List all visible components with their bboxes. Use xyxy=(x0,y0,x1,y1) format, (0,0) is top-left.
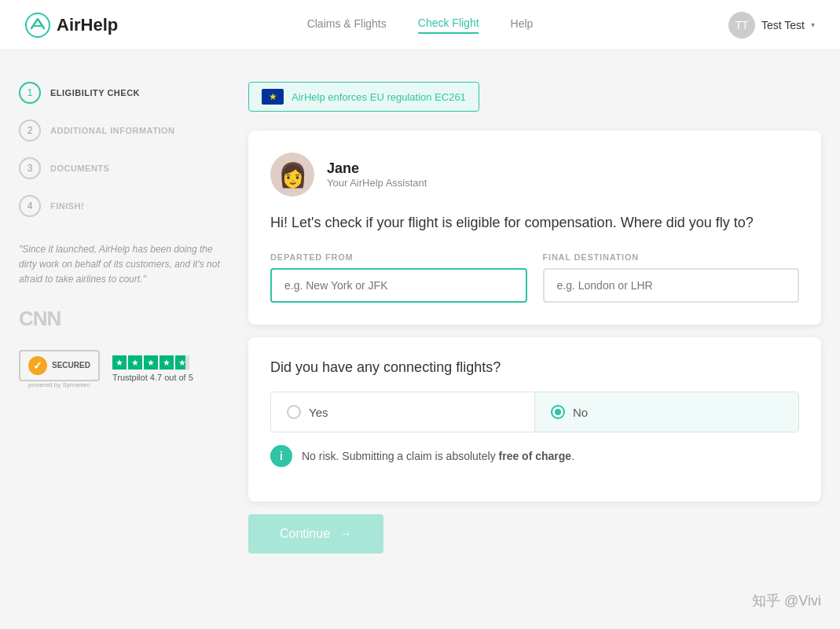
star-5: ★ xyxy=(175,355,189,370)
avatar: TT xyxy=(728,12,755,39)
cnn-logo: CNN xyxy=(19,307,223,331)
step-label-3: DOCUMENTS xyxy=(50,164,109,173)
destination-field-group: FINAL DESTINATION xyxy=(543,252,800,303)
cnn-text: CNN xyxy=(19,307,61,330)
connecting-flights-card: Did you have any connecting flights? Yes… xyxy=(248,337,821,502)
info-text: No risk. Submitting a claim is absolutel… xyxy=(302,450,574,462)
eu-flag-icon: ★ xyxy=(262,89,284,105)
radio-no-circle xyxy=(551,405,565,419)
destination-label: FINAL DESTINATION xyxy=(543,252,800,262)
trustpilot-label: Trustpilot 4.7 out of 5 xyxy=(112,373,193,382)
step-label-1: ELIGIBILITY CHECK xyxy=(50,88,140,97)
norton-box: ✓ SECURED xyxy=(19,350,100,381)
radio-yes-circle xyxy=(287,405,301,419)
norton-badge: ✓ SECURED powered by Symantec xyxy=(19,350,100,388)
departed-field-group: DEPARTED FROM xyxy=(270,252,527,303)
eu-banner-text: AirHelp enforces EU regulation EC261 xyxy=(292,91,466,103)
norton-checkmark-icon: ✓ xyxy=(28,356,47,375)
step-item-3: 3 DOCUMENTS xyxy=(19,157,223,179)
star-4: ★ xyxy=(160,355,174,370)
step-item-4: 4 FINISH! xyxy=(19,195,223,217)
star-1: ★ xyxy=(112,355,127,370)
user-menu[interactable]: TT Test Test ▾ xyxy=(728,12,815,39)
header: AirHelp Claims & Flights Check Flight He… xyxy=(0,0,840,50)
step-label-2: ADDITIONAL INFORMATION xyxy=(50,126,174,135)
assistant-avatar: 👩 xyxy=(270,153,314,197)
sidebar-quote: "Since it launched, AirHelp has been doi… xyxy=(19,242,223,288)
eu-banner: ★ AirHelp enforces EU regulation EC261 xyxy=(248,82,479,112)
step-label-4: FINISH! xyxy=(50,201,84,211)
airhelp-logo-icon xyxy=(25,13,50,38)
info-icon: i xyxy=(270,445,292,467)
info-notice: i No risk. Submitting a claim is absolut… xyxy=(270,432,799,480)
continue-button[interactable]: Continue → xyxy=(248,514,383,554)
nav-check-flight[interactable]: Check Flight xyxy=(418,17,479,34)
user-name: Test Test xyxy=(761,19,805,31)
norton-powered-text: powered by Symantec xyxy=(28,381,90,388)
final-destination-input[interactable] xyxy=(543,268,800,303)
star-3: ★ xyxy=(144,355,158,370)
star-2: ★ xyxy=(128,355,142,370)
radio-no[interactable]: No xyxy=(535,392,798,432)
nav-claims[interactable]: Claims & Flights xyxy=(307,17,387,33)
radio-yes-label: Yes xyxy=(309,406,328,419)
assistant-name: Jane xyxy=(327,160,427,177)
logo[interactable]: AirHelp xyxy=(25,13,118,38)
trustpilot-stars: ★ ★ ★ ★ ★ xyxy=(112,355,193,370)
main-layout: 1 ELIGIBILITY CHECK 2 ADDITIONAL INFORMA… xyxy=(0,50,840,585)
step-list: 1 ELIGIBILITY CHECK 2 ADDITIONAL INFORMA… xyxy=(19,82,223,217)
step-circle-4: 4 xyxy=(19,195,41,217)
nav-help[interactable]: Help xyxy=(511,17,534,33)
assistant-header: 👩 Jane Your AirHelp Assistant xyxy=(270,153,799,197)
radio-dot xyxy=(555,409,561,415)
sidebar: 1 ELIGIBILITY CHECK 2 ADDITIONAL INFORMA… xyxy=(19,82,223,554)
main-content: ★ AirHelp enforces EU regulation EC261 👩… xyxy=(248,82,821,554)
connecting-flights-title: Did you have any connecting flights? xyxy=(270,359,799,376)
question-text: Hi! Let's check if your flight is eligib… xyxy=(270,212,799,234)
step-circle-1: 1 xyxy=(19,82,41,104)
trustpilot-block: ★ ★ ★ ★ ★ Trustpilot 4.7 out of 5 xyxy=(112,355,193,382)
departed-from-input[interactable] xyxy=(270,268,527,303)
step-circle-3: 3 xyxy=(19,157,41,179)
departed-label: DEPARTED FROM xyxy=(270,252,527,262)
connecting-radio-group: Yes No xyxy=(270,392,799,432)
trust-badges: ✓ SECURED powered by Symantec ★ ★ ★ ★ ★ … xyxy=(19,350,223,388)
flight-form-card: 👩 Jane Your AirHelp Assistant Hi! Let's … xyxy=(248,131,821,325)
step-item-2: 2 ADDITIONAL INFORMATION xyxy=(19,120,223,142)
step-circle-2: 2 xyxy=(19,120,41,142)
continue-arrow-icon: → xyxy=(339,527,352,541)
radio-no-label: No xyxy=(573,406,588,419)
continue-label: Continue xyxy=(280,527,330,541)
chevron-down-icon: ▾ xyxy=(811,20,815,29)
radio-yes[interactable]: Yes xyxy=(271,392,535,432)
norton-secured-text: SECURED xyxy=(52,361,90,370)
fields-row: DEPARTED FROM FINAL DESTINATION xyxy=(270,252,799,303)
main-nav: Claims & Flights Check Flight Help xyxy=(307,17,534,34)
logo-text: AirHelp xyxy=(57,15,118,35)
assistant-title: Your AirHelp Assistant xyxy=(327,177,427,189)
step-item-1: 1 ELIGIBILITY CHECK xyxy=(19,82,223,104)
